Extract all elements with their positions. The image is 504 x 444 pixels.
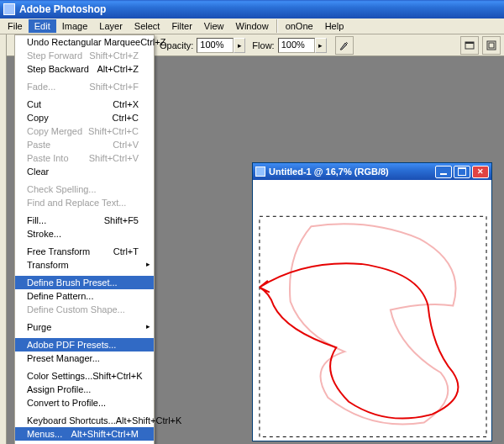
edit-menu-convert-to-profile[interactable]: Convert to Profile...	[15, 396, 154, 410]
svg-rect-3	[489, 43, 494, 48]
edit-menu-fill[interactable]: Fill...Shift+F5	[15, 214, 154, 227]
airbrush-icon	[339, 40, 350, 51]
menu-item-shortcut: Alt+Shift+Ctrl+M	[71, 429, 139, 439]
photoshop-icon	[3, 3, 15, 15]
flow-field[interactable]: 100%	[278, 38, 315, 53]
menubar-separator	[276, 19, 278, 33]
menu-file[interactable]: File	[2, 19, 29, 33]
edit-menu-cut[interactable]: CutCtrl+X	[15, 98, 154, 111]
maximize-button[interactable]	[454, 166, 470, 178]
edit-menu-find-and-replace-text: Find and Replace Text...	[15, 196, 154, 209]
edit-menu-keyboard-shortcuts[interactable]: Keyboard Shortcuts...Alt+Shift+Ctrl+K	[15, 414, 154, 427]
palette-well-button-2[interactable]	[482, 36, 501, 55]
menu-item-label: Cut	[27, 99, 41, 109]
edit-menu-paste-into: Paste IntoShift+Ctrl+V	[15, 151, 154, 165]
menu-separator	[16, 211, 153, 212]
menu-item-shortcut: Ctrl+X	[113, 99, 139, 109]
menu-item-label: Assign Profile...	[27, 384, 91, 394]
menu-item-shortcut: Alt+Ctrl+Z	[97, 64, 139, 74]
menu-separator	[16, 95, 153, 96]
menu-item-shortcut: Shift+F5	[104, 215, 139, 225]
menu-image[interactable]: Image	[56, 19, 94, 33]
minimize-button[interactable]	[435, 166, 452, 178]
menu-item-label: Step Forward	[27, 50, 82, 61]
edit-menu-assign-profile[interactable]: Assign Profile...	[15, 383, 154, 396]
airbrush-button[interactable]	[335, 36, 354, 55]
menu-edit[interactable]: Edit	[29, 19, 56, 33]
menu-separator	[16, 336, 153, 336]
edit-menu-transform[interactable]: Transform	[15, 258, 154, 272]
menu-item-shortcut: Alt+Shift+Ctrl+K	[116, 415, 182, 426]
menu-filter[interactable]: Filter	[165, 19, 197, 33]
edit-menu-define-pattern[interactable]: Define Pattern...	[15, 289, 154, 303]
menubar: File Edit Image Layer Select Filter View…	[0, 18, 504, 34]
menu-window[interactable]: Window	[230, 19, 275, 33]
edit-menu-adobe-pdf-presets[interactable]: Adobe PDF Presets...	[15, 338, 154, 352]
edit-menu-copy-merged: Copy MergedShift+Ctrl+C	[15, 124, 154, 138]
edit-menu-check-spelling: Check Spelling...	[15, 182, 154, 196]
canvas-artwork	[253, 180, 491, 441]
edit-menu-define-custom-shape: Define Custom Shape...	[15, 303, 154, 316]
document-icon	[255, 166, 265, 177]
menu-separator	[16, 180, 153, 181]
menu-item-label: Adobe PDF Presets...	[27, 340, 116, 350]
edit-menu-undo-rectangular-marquee[interactable]: Undo Rectangular MarqueeCtrl+Z	[15, 35, 154, 49]
menu-item-label: Undo Rectangular Marquee	[27, 37, 140, 47]
menu-help[interactable]: Help	[319, 19, 350, 33]
palette-icon	[486, 40, 497, 51]
menu-onone[interactable]: onOne	[280, 19, 319, 33]
close-button[interactable]	[472, 166, 489, 178]
menu-item-label: Find and Replace Text...	[27, 198, 126, 208]
opacity-dropdown[interactable]: ▸	[234, 38, 245, 53]
menu-item-label: Define Custom Shape...	[27, 304, 125, 314]
edit-menu-preset-manager[interactable]: Preset Manager...	[15, 352, 154, 365]
menu-item-shortcut: Ctrl+V	[113, 140, 139, 150]
edit-menu-purge[interactable]: Purge	[15, 320, 154, 334]
edit-menu-stroke[interactable]: Stroke...	[15, 227, 154, 240]
edit-menu-fade: Fade...Shift+Ctrl+F	[15, 80, 154, 93]
menu-item-label: Fill...	[27, 215, 46, 225]
menu-item-label: Define Pattern...	[27, 291, 94, 301]
edit-menu-clear[interactable]: Clear	[15, 165, 154, 178]
palette-well-button-1[interactable]	[460, 36, 479, 55]
edit-menu-copy[interactable]: CopyCtrl+C	[15, 111, 154, 124]
menu-layer[interactable]: Layer	[93, 19, 129, 33]
menu-item-label: Paste	[27, 140, 50, 150]
menu-item-shortcut: Shift+Ctrl+K	[92, 371, 142, 381]
svg-rect-1	[465, 42, 474, 44]
document-canvas[interactable]	[253, 180, 491, 441]
app-title: Adobe Photoshop	[19, 3, 106, 15]
menu-item-label: Clear	[27, 166, 49, 177]
flow-dropdown[interactable]: ▸	[315, 38, 327, 53]
edit-menu-menus[interactable]: Menus...Alt+Shift+Ctrl+M	[15, 427, 154, 441]
menu-item-label: Copy Merged	[27, 126, 82, 136]
document-title: Untitled-1 @ 16,7% (RGB/8)	[269, 166, 389, 177]
menu-item-shortcut: Shift+Ctrl+Z	[89, 50, 139, 61]
flow-label: Flow:	[252, 40, 274, 50]
menu-separator	[16, 318, 153, 319]
palette-icon	[464, 40, 475, 51]
menu-item-label: Color Settings...	[27, 371, 92, 381]
edit-menu-step-backward[interactable]: Step BackwardAlt+Ctrl+Z	[15, 62, 154, 76]
menu-select[interactable]: Select	[129, 19, 166, 33]
document-window[interactable]: Untitled-1 @ 16,7% (RGB/8)	[252, 162, 492, 441]
menu-item-label: Stroke...	[27, 229, 61, 239]
app-titlebar: Adobe Photoshop	[0, 0, 504, 18]
menu-item-label: Step Backward	[27, 64, 89, 74]
menu-item-label: Free Transform	[27, 246, 90, 256]
edit-dropdown-menu: Undo Rectangular MarqueeCtrl+ZStep Forwa…	[14, 34, 155, 444]
menu-item-label: Define Brush Preset...	[27, 278, 118, 288]
document-titlebar[interactable]: Untitled-1 @ 16,7% (RGB/8)	[253, 162, 491, 180]
edit-menu-free-transform[interactable]: Free TransformCtrl+T	[15, 245, 154, 258]
menu-item-label: Convert to Profile...	[27, 398, 106, 408]
menu-view[interactable]: View	[198, 19, 230, 33]
menu-item-label: Keyboard Shortcuts...	[27, 415, 116, 426]
menu-item-shortcut: Shift+Ctrl+V	[89, 153, 139, 163]
menu-separator	[16, 442, 153, 443]
menu-separator	[16, 273, 153, 274]
edit-menu-color-settings[interactable]: Color Settings...Shift+Ctrl+K	[15, 369, 154, 383]
menu-item-shortcut: Ctrl+Z	[140, 37, 165, 47]
opacity-field[interactable]: 100%	[197, 38, 234, 53]
menu-item-shortcut: Ctrl+C	[113, 113, 139, 123]
edit-menu-define-brush-preset[interactable]: Define Brush Preset...	[15, 276, 154, 289]
